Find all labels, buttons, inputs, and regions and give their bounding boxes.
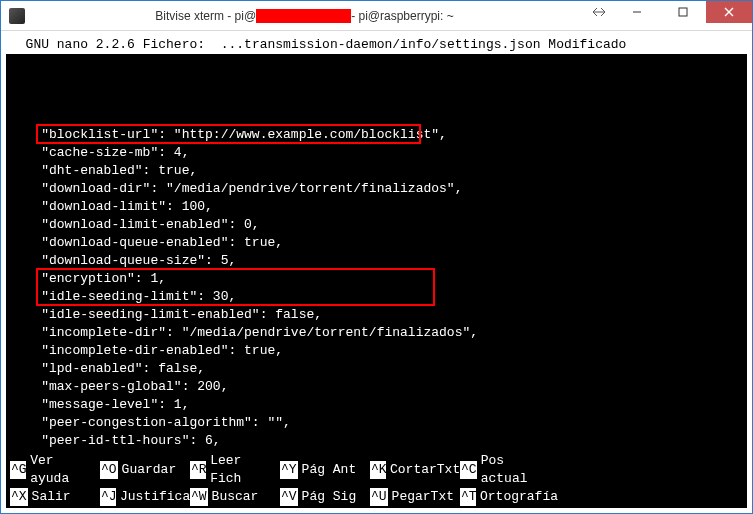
shortcut-label: CortarTxt	[390, 461, 460, 479]
shortcut-label: Ver ayuda	[30, 452, 94, 488]
shortcut-label: Pos actual	[481, 452, 554, 488]
editor-line: "dht-enabled": true,	[10, 162, 743, 180]
shortcut-key: ^Y	[280, 461, 298, 479]
editor-line: "encryption": 1,	[10, 270, 743, 288]
shortcut-key: ^G	[10, 461, 26, 479]
shortcut-label: PegarTxt	[392, 488, 454, 506]
shortcut[interactable]: ^RLeer Fich	[190, 452, 280, 488]
terminal-window: Bitvise xterm - pi@ - pi@raspberrypi: ~ …	[0, 0, 753, 514]
shortcut[interactable]: ^WBuscar	[190, 488, 280, 506]
app-icon	[9, 8, 25, 24]
editor-line: "message-level": 1,	[10, 396, 743, 414]
shortcut-key: ^K	[370, 461, 386, 479]
shortcut[interactable]: ^OGuardar	[100, 452, 190, 488]
window-title: Bitvise xterm - pi@ - pi@raspberrypi: ~	[25, 9, 584, 23]
shortcut-row-1: ^GVer ayuda^OGuardar^RLeer Fich^YPág Ant…	[10, 452, 743, 488]
editor-line: "peer-id-ttl-hours": 6,	[10, 432, 743, 450]
shortcut-label: Leer Fich	[210, 452, 274, 488]
nano-app: GNU nano 2.2.6	[26, 37, 135, 52]
shortcut-label: Justificar	[120, 488, 198, 506]
shortcut-label: Buscar	[212, 488, 259, 506]
shortcut[interactable]: ^KCortarTxt	[370, 452, 460, 488]
svg-rect-1	[679, 8, 687, 16]
shortcut[interactable]: ^UPegarTxt	[370, 488, 460, 506]
editor-line: "idle-seeding-limit-enabled": false,	[10, 306, 743, 324]
editor-line: "download-limit-enabled": 0,	[10, 216, 743, 234]
nano-file-path: ...transmission-daemon/info/settings.jso…	[221, 37, 541, 52]
maximize-button[interactable]	[660, 1, 706, 23]
shortcut-key: ^W	[190, 488, 208, 506]
editor-line: "idle-seeding-limit": 30,	[10, 288, 743, 306]
nano-status: Modificado	[548, 37, 626, 52]
close-button[interactable]	[706, 1, 752, 23]
terminal-viewport[interactable]: GNU nano 2.2.6 Fichero: ...transmission-…	[6, 36, 747, 508]
editor-line: "cache-size-mb": 4,	[10, 144, 743, 162]
editor-content[interactable]: "blocklist-url": "http://www.example.com…	[6, 54, 747, 508]
shortcut-key: ^C	[460, 461, 477, 479]
editor-line: "blocklist-url": "http://www.example.com…	[10, 126, 743, 144]
window-controls	[584, 1, 752, 30]
shortcut[interactable]: ^YPág Ant	[280, 452, 370, 488]
shortcut-label: Guardar	[122, 461, 177, 479]
editor-line: "max-peers-global": 200,	[10, 378, 743, 396]
shortcut-key: ^J	[100, 488, 116, 506]
shortcut-label: Salir	[32, 488, 71, 506]
editor-line: "download-limit": 100,	[10, 198, 743, 216]
shortcut[interactable]: ^XSalir	[10, 488, 100, 506]
editor-line: "incomplete-dir": "/media/pendrive/torre…	[10, 324, 743, 342]
shortcut-key: ^R	[190, 461, 206, 479]
shortcut-key: ^O	[100, 461, 118, 479]
title-suffix: - pi@raspberrypi: ~	[351, 9, 454, 23]
editor-line	[10, 108, 743, 126]
shortcut[interactable]: ^VPág Sig	[280, 488, 370, 506]
nano-file-label: Fichero:	[143, 37, 205, 52]
editor-line: "incomplete-dir-enabled": true,	[10, 342, 743, 360]
nano-shortcut-bar: ^GVer ayuda^OGuardar^RLeer Fich^YPág Ant…	[6, 452, 747, 508]
shortcut-label: Pág Ant	[302, 461, 357, 479]
shortcut[interactable]: ^CPos actual	[460, 452, 560, 488]
minimize-button[interactable]	[614, 1, 660, 23]
title-prefix: Bitvise xterm - pi@	[155, 9, 256, 23]
editor-line: "download-dir": "/media/pendrive/torrent…	[10, 180, 743, 198]
shortcut-key: ^U	[370, 488, 388, 506]
editor-line: "download-queue-size": 5,	[10, 252, 743, 270]
titlebar: Bitvise xterm - pi@ - pi@raspberrypi: ~	[1, 1, 752, 31]
shortcut[interactable]: ^TOrtografía	[460, 488, 560, 506]
editor-line: "peer-congestion-algorithm": "",	[10, 414, 743, 432]
resize-grip-icon[interactable]	[584, 1, 614, 23]
shortcut-label: Pág Sig	[302, 488, 357, 506]
shortcut-key: ^V	[280, 488, 298, 506]
editor-line: "lpd-enabled": false,	[10, 360, 743, 378]
redacted-host	[256, 9, 351, 23]
shortcut-row-2: ^XSalir^JJustificar^WBuscar^VPág Sig^UPe…	[10, 488, 743, 506]
shortcut-key: ^X	[10, 488, 28, 506]
shortcut[interactable]: ^JJustificar	[100, 488, 190, 506]
shortcut-label: Ortografía	[480, 488, 558, 506]
nano-header: GNU nano 2.2.6 Fichero: ...transmission-…	[6, 36, 747, 54]
editor-line: "download-queue-enabled": true,	[10, 234, 743, 252]
shortcut-key: ^T	[460, 488, 476, 506]
shortcut[interactable]: ^GVer ayuda	[10, 452, 100, 488]
